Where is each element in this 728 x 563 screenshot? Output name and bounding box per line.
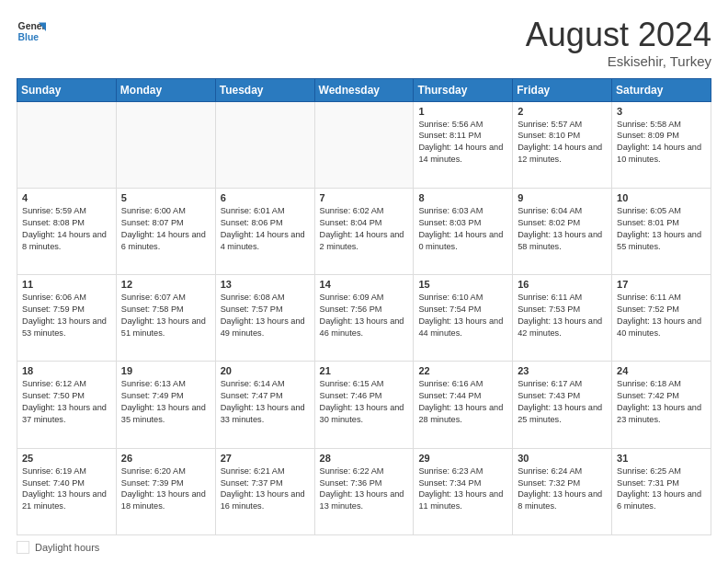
day-info: Sunrise: 6:10 AMSunset: 7:54 PMDaylight:… [418,292,507,339]
day-number: 27 [221,453,310,464]
logo: General Blue [17,17,46,46]
day-number: 6 [221,192,310,203]
calendar-cell: 16Sunrise: 6:11 AMSunset: 7:53 PMDayligh… [513,275,612,362]
day-number: 17 [617,279,706,290]
day-info: Sunrise: 6:14 AMSunset: 7:47 PMDaylight:… [221,378,310,426]
day-number: 7 [320,192,409,203]
day-number: 24 [617,365,706,376]
day-info: Sunrise: 6:18 AMSunset: 7:42 PMDaylight:… [617,378,706,426]
calendar-cell: 19Sunrise: 6:13 AMSunset: 7:49 PMDayligh… [116,362,215,448]
calendar-cell: 10Sunrise: 6:05 AMSunset: 8:01 PMDayligh… [612,188,711,274]
calendar-cell: 29Sunrise: 6:23 AMSunset: 7:34 PMDayligh… [414,448,513,534]
calendar-cell [116,101,215,188]
calendar-cell: 23Sunrise: 6:17 AMSunset: 7:43 PMDayligh… [513,362,612,448]
day-number: 25 [22,453,111,464]
day-info: Sunrise: 6:24 AMSunset: 7:32 PMDaylight:… [518,465,607,513]
day-info: Sunrise: 6:11 AMSunset: 7:53 PMDaylight:… [518,292,607,339]
day-info: Sunrise: 6:08 AMSunset: 7:57 PMDaylight:… [221,292,310,339]
day-info: Sunrise: 6:25 AMSunset: 7:31 PMDaylight:… [617,465,706,513]
day-info: Sunrise: 6:07 AMSunset: 7:58 PMDaylight:… [121,292,210,339]
calendar-cell: 26Sunrise: 6:20 AMSunset: 7:39 PMDayligh… [116,448,215,534]
day-number: 15 [418,279,507,290]
week-row-0: 1Sunrise: 5:56 AMSunset: 8:11 PMDaylight… [17,101,711,188]
weekday-friday: Friday [513,78,612,101]
weekday-sunday: Sunday [17,78,117,101]
calendar-cell: 27Sunrise: 6:21 AMSunset: 7:37 PMDayligh… [215,448,314,534]
calendar-cell: 2Sunrise: 5:57 AMSunset: 8:10 PMDaylight… [513,101,612,188]
week-row-4: 25Sunrise: 6:19 AMSunset: 7:40 PMDayligh… [17,448,711,534]
footer: Daylight hours [17,541,711,554]
day-number: 2 [518,106,607,117]
calendar-cell [215,101,314,188]
day-info: Sunrise: 6:02 AMSunset: 8:04 PMDaylight:… [320,205,409,253]
day-info: Sunrise: 5:58 AMSunset: 8:09 PMDaylight:… [617,119,706,167]
weekday-header-row: SundayMondayTuesdayWednesdayThursdayFrid… [17,78,711,101]
day-number: 28 [320,453,409,464]
calendar-cell: 20Sunrise: 6:14 AMSunset: 7:47 PMDayligh… [215,362,314,448]
day-info: Sunrise: 6:01 AMSunset: 8:06 PMDaylight:… [221,205,310,253]
day-info: Sunrise: 6:00 AMSunset: 8:07 PMDaylight:… [121,205,210,253]
calendar-cell: 28Sunrise: 6:22 AMSunset: 7:36 PMDayligh… [314,448,414,534]
calendar-cell: 21Sunrise: 6:15 AMSunset: 7:46 PMDayligh… [314,362,414,448]
calendar-cell: 5Sunrise: 6:00 AMSunset: 8:07 PMDaylight… [116,188,215,274]
day-number: 31 [617,453,706,464]
day-number: 3 [617,106,706,117]
calendar-cell: 15Sunrise: 6:10 AMSunset: 7:54 PMDayligh… [414,275,513,362]
title-block: August 2024 Eskisehir, Turkey [526,17,711,69]
day-number: 13 [221,279,310,290]
week-row-2: 11Sunrise: 6:06 AMSunset: 7:59 PMDayligh… [17,275,711,362]
day-number: 19 [121,365,210,376]
svg-text:Blue: Blue [18,32,40,42]
calendar-cell: 30Sunrise: 6:24 AMSunset: 7:32 PMDayligh… [513,448,612,534]
day-number: 1 [418,106,507,117]
day-number: 29 [418,453,507,464]
day-info: Sunrise: 6:19 AMSunset: 7:40 PMDaylight:… [22,465,111,513]
week-row-3: 18Sunrise: 6:12 AMSunset: 7:50 PMDayligh… [17,362,711,448]
calendar-cell [314,101,414,188]
day-number: 20 [221,365,310,376]
calendar-cell: 13Sunrise: 6:08 AMSunset: 7:57 PMDayligh… [215,275,314,362]
day-info: Sunrise: 6:21 AMSunset: 7:37 PMDaylight:… [221,465,310,513]
day-info: Sunrise: 6:13 AMSunset: 7:49 PMDaylight:… [121,378,210,426]
daylight-box [17,541,29,554]
day-number: 18 [22,365,111,376]
calendar-cell: 14Sunrise: 6:09 AMSunset: 7:56 PMDayligh… [314,275,414,362]
calendar-cell: 17Sunrise: 6:11 AMSunset: 7:52 PMDayligh… [612,275,711,362]
day-number: 21 [320,365,409,376]
weekday-thursday: Thursday [414,78,513,101]
day-number: 22 [418,365,507,376]
weekday-tuesday: Tuesday [215,78,314,101]
weekday-saturday: Saturday [612,78,711,101]
month-title: August 2024 [526,17,711,53]
day-info: Sunrise: 6:20 AMSunset: 7:39 PMDaylight:… [121,465,210,513]
day-info: Sunrise: 6:15 AMSunset: 7:46 PMDaylight:… [320,378,409,426]
calendar-table: SundayMondayTuesdayWednesdayThursdayFrid… [17,78,711,535]
day-number: 5 [121,192,210,203]
calendar-cell: 18Sunrise: 6:12 AMSunset: 7:50 PMDayligh… [17,362,117,448]
day-info: Sunrise: 6:11 AMSunset: 7:52 PMDaylight:… [617,292,706,339]
location: Eskisehir, Turkey [526,53,711,69]
day-info: Sunrise: 6:22 AMSunset: 7:36 PMDaylight:… [320,465,409,513]
day-number: 14 [320,279,409,290]
calendar-cell: 25Sunrise: 6:19 AMSunset: 7:40 PMDayligh… [17,448,117,534]
day-number: 12 [121,279,210,290]
calendar-cell: 7Sunrise: 6:02 AMSunset: 8:04 PMDaylight… [314,188,414,274]
day-info: Sunrise: 6:09 AMSunset: 7:56 PMDaylight:… [320,292,409,339]
weekday-wednesday: Wednesday [314,78,414,101]
calendar-cell: 31Sunrise: 6:25 AMSunset: 7:31 PMDayligh… [612,448,711,534]
calendar-cell: 12Sunrise: 6:07 AMSunset: 7:58 PMDayligh… [116,275,215,362]
day-info: Sunrise: 6:06 AMSunset: 7:59 PMDaylight:… [22,292,111,339]
day-number: 10 [617,192,706,203]
week-row-1: 4Sunrise: 5:59 AMSunset: 8:08 PMDaylight… [17,188,711,274]
header: General Blue August 2024 Eskisehir, Turk… [17,17,711,69]
logo-icon: General Blue [17,17,46,46]
calendar-cell: 22Sunrise: 6:16 AMSunset: 7:44 PMDayligh… [414,362,513,448]
calendar-cell: 1Sunrise: 5:56 AMSunset: 8:11 PMDaylight… [414,101,513,188]
day-info: Sunrise: 6:12 AMSunset: 7:50 PMDaylight:… [22,378,111,426]
day-number: 30 [518,453,607,464]
calendar-cell [17,101,117,188]
day-info: Sunrise: 5:59 AMSunset: 8:08 PMDaylight:… [22,205,111,253]
calendar-cell: 8Sunrise: 6:03 AMSunset: 8:03 PMDaylight… [414,188,513,274]
calendar-cell: 9Sunrise: 6:04 AMSunset: 8:02 PMDaylight… [513,188,612,274]
calendar-cell: 3Sunrise: 5:58 AMSunset: 8:09 PMDaylight… [612,101,711,188]
